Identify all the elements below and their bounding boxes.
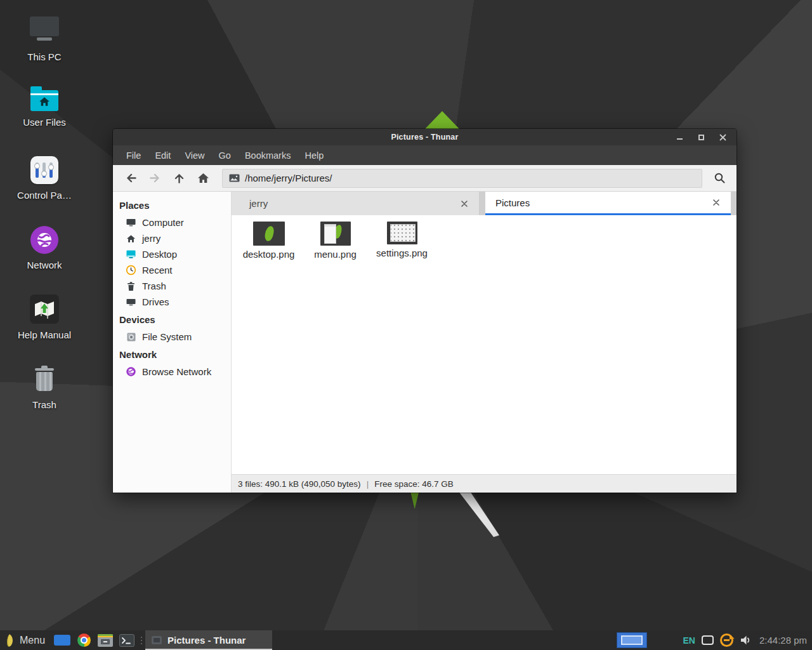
sidebar-item-label: Trash (142, 281, 166, 291)
update-manager-icon[interactable] (720, 633, 733, 647)
sidebar-item-file-system[interactable]: File System (113, 329, 231, 345)
window-thumbnail-icon (152, 636, 162, 644)
launcher-show-desktop[interactable] (51, 630, 73, 650)
clock[interactable]: 2:44:28 pm (759, 635, 807, 646)
desktop-icon-label: Control Pa… (17, 190, 72, 201)
desktop-icon-network[interactable]: Network (0, 226, 89, 270)
file-desktop-png[interactable]: desktop.png (237, 222, 300, 260)
search-icon (714, 172, 726, 184)
pc-icon (30, 17, 59, 46)
desktop-icon-label: Help Manual (18, 329, 71, 340)
path-bar[interactable]: /home/jerry/Pictures/ (222, 169, 702, 188)
menu-edit[interactable]: Edit (148, 147, 177, 164)
desktop-icon-trash[interactable]: Trash (0, 366, 89, 410)
drives-icon (126, 296, 136, 307)
sidebar-item-label: Browse Network (142, 366, 211, 377)
tab-label: jerry (249, 198, 268, 209)
places-sidebar: Places Computer jerry (113, 192, 232, 493)
browse-network-globe-icon (126, 366, 136, 377)
trash-icon (126, 281, 136, 291)
sidebar-item-trash[interactable]: Trash (113, 278, 231, 294)
display-tray-icon[interactable] (702, 635, 714, 645)
sidebar-item-label: Computer (142, 217, 184, 228)
sidebar-item-label: jerry (142, 233, 160, 244)
user-files-folder-icon (30, 90, 58, 111)
menu-help[interactable]: Help (298, 147, 330, 164)
volume-icon[interactable] (740, 635, 752, 646)
toolbar: /home/jerry/Pictures/ (113, 165, 737, 192)
sidebar-header-devices: Devices (113, 310, 231, 329)
sidebar-item-drives[interactable]: Drives (113, 294, 231, 310)
taskbar: Menu Pictures - Thunar (0, 630, 812, 650)
file-name: settings.png (376, 248, 428, 258)
sidebar-item-jerry[interactable]: jerry (113, 230, 231, 246)
show-desktop-icon (54, 635, 70, 646)
desktop-screen: This PC User Files Control Pa… Network (0, 0, 812, 650)
tab-jerry[interactable]: jerry (232, 192, 479, 215)
task-label: Pictures - Thunar (167, 635, 246, 646)
desktop-monitor-icon (126, 249, 136, 260)
home-button[interactable] (192, 168, 214, 189)
status-separator: | (367, 479, 369, 489)
minimize-button[interactable] (676, 133, 683, 141)
sidebar-item-computer[interactable]: Computer (113, 215, 231, 230)
taskbar-task-thunar[interactable]: Pictures - Thunar (145, 630, 272, 650)
desktop-icon-help-manual[interactable]: Help Manual (0, 295, 89, 340)
window-titlebar[interactable]: Pictures - Thunar (113, 129, 737, 145)
tab-pictures[interactable]: Pictures (485, 192, 731, 215)
status-free-space: Free space: 46.7 GB (374, 479, 454, 489)
menu-view[interactable]: View (178, 147, 211, 164)
file-view[interactable]: desktop.png menu.png settings.png (232, 215, 737, 474)
sidebar-item-label: Desktop (142, 249, 177, 260)
sidebar-header-places: Places (113, 196, 231, 215)
up-button[interactable] (167, 168, 190, 189)
control-panel-icon (30, 156, 58, 184)
keyboard-layout-indicator[interactable]: EN (683, 635, 695, 646)
sidebar-item-desktop[interactable]: Desktop (113, 246, 231, 262)
file-settings-png[interactable]: settings.png (370, 222, 433, 258)
status-bar: 3 files: 490.1 kB (490,050 bytes) | Free… (232, 474, 737, 493)
sidebar-item-recent[interactable]: Recent (113, 262, 231, 278)
sidebar-item-browse-network[interactable]: Browse Network (113, 364, 231, 380)
trash-can-icon (32, 366, 57, 394)
sidebar-item-label: File System (142, 331, 192, 342)
tab-bar: jerry Pictures (232, 192, 737, 215)
search-button[interactable] (707, 168, 731, 189)
launcher-file-manager[interactable] (95, 630, 116, 650)
home-icon (126, 233, 136, 244)
start-menu-button[interactable]: Menu (0, 630, 51, 650)
image-thumbnail (253, 222, 285, 246)
desktop-icon-this-pc[interactable]: This PC (0, 17, 89, 62)
workspace-switcher[interactable] (617, 632, 647, 648)
terminal-icon (119, 634, 134, 647)
chrome-browser-icon (77, 633, 91, 647)
menu-go[interactable]: Go (213, 147, 237, 164)
desktop-icon-label: This PC (27, 51, 61, 62)
file-cabinet-icon (98, 634, 113, 647)
mint-logo-icon (5, 633, 15, 647)
thunar-window: Pictures - Thunar File Edit View Go Book… (113, 129, 737, 493)
main-area: jerry Pictures des (232, 192, 737, 493)
desktop-icon-control-panel[interactable]: Control Pa… (0, 156, 89, 201)
launcher-browser[interactable] (73, 630, 95, 650)
window-title: Pictures - Thunar (113, 133, 737, 142)
menu-file[interactable]: File (120, 147, 147, 164)
tab-close-button[interactable] (457, 197, 471, 211)
back-button[interactable] (119, 168, 142, 189)
panel-separator-handle[interactable] (139, 630, 144, 650)
file-menu-png[interactable]: menu.png (304, 222, 367, 260)
sidebar-item-label: Drives (142, 296, 169, 307)
menu-bookmarks[interactable]: Bookmarks (239, 147, 298, 164)
desktop-icon-label: Network (27, 260, 62, 270)
desktop-icon-label: Trash (32, 399, 56, 410)
file-name: menu.png (314, 249, 357, 260)
tab-close-button[interactable] (709, 196, 723, 209)
launcher-terminal[interactable] (116, 630, 138, 650)
maximize-button[interactable] (697, 133, 705, 141)
filesystem-drive-icon (126, 331, 136, 342)
desktop-icon-user-files[interactable]: User Files (0, 85, 89, 128)
close-button[interactable] (719, 133, 726, 141)
sidebar-item-label: Recent (142, 265, 173, 275)
forward-button[interactable] (143, 168, 166, 189)
start-menu-label: Menu (20, 635, 45, 646)
